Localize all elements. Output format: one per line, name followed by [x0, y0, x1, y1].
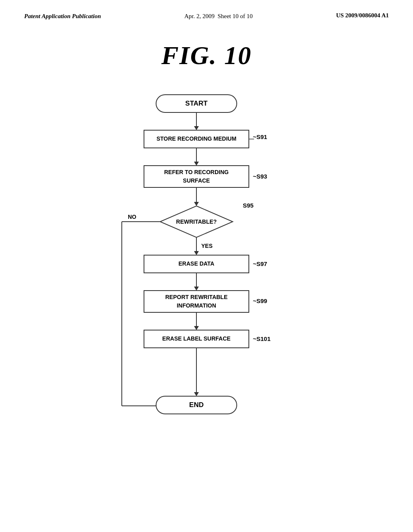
- s99-label-line1: REPORT REWRITABLE: [165, 294, 228, 300]
- svg-marker-6: [194, 162, 199, 166]
- s97-step: ~S97: [253, 260, 267, 267]
- s101-label: ERASE LABEL SURFACE: [162, 335, 230, 342]
- page-header: Patent Application Publication Apr. 2, 2…: [0, 0, 413, 25]
- s91-label: STORE RECORDING MEDIUM: [156, 135, 236, 142]
- s93-step: ~S93: [253, 173, 267, 180]
- header-right: US 2009/0086004 A1: [336, 12, 389, 19]
- svg-marker-12: [194, 251, 199, 255]
- flowchart-diagram: START STORE RECORDING MEDIUM ~S91 REFER …: [86, 91, 327, 453]
- end-label: END: [189, 401, 204, 409]
- s97-label: ERASE DATA: [179, 260, 215, 267]
- s101-step: ~S101: [253, 335, 271, 342]
- s91-step: ~S91: [253, 133, 267, 140]
- s99-label-line2: INFORMATION: [177, 302, 216, 309]
- svg-marker-9: [194, 202, 199, 206]
- yes-label: YES: [201, 243, 213, 249]
- start-label: START: [185, 100, 208, 107]
- s95-label: REWRITABLE?: [176, 218, 217, 225]
- svg-marker-22: [194, 326, 199, 330]
- svg-marker-2: [194, 126, 199, 130]
- s93-label-line1: REFER TO RECORDING: [164, 169, 229, 175]
- no-label: NO: [128, 214, 136, 220]
- header-left: Patent Application Publication: [24, 12, 101, 21]
- svg-marker-19: [194, 287, 199, 291]
- figure-title: FIG. 10: [0, 41, 413, 71]
- s99-step: ~S99: [253, 297, 267, 304]
- s95-step: S95: [243, 202, 254, 209]
- s93-label-line2: SURFACE: [183, 177, 210, 184]
- header-center: Apr. 2, 2009 Sheet 10 of 10: [184, 12, 253, 21]
- svg-marker-25: [194, 392, 199, 396]
